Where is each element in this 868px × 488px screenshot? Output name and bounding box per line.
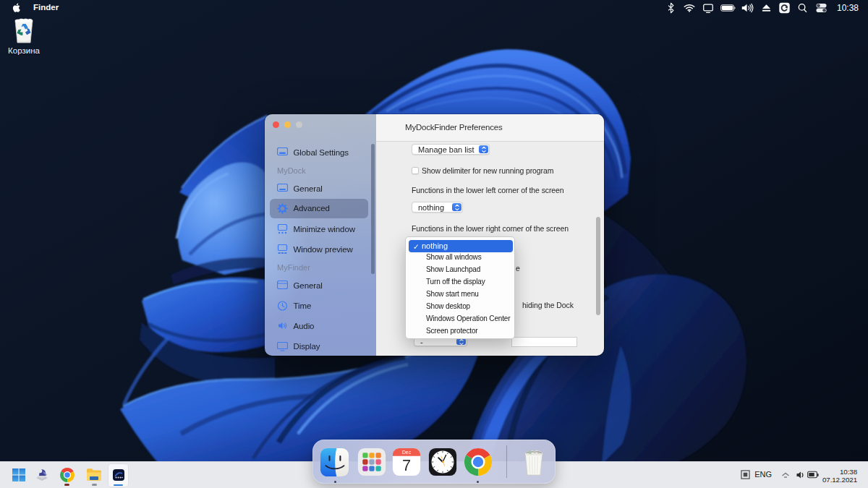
svg-text:Dec: Dec: [401, 450, 411, 455]
svg-text:7: 7: [401, 456, 410, 474]
